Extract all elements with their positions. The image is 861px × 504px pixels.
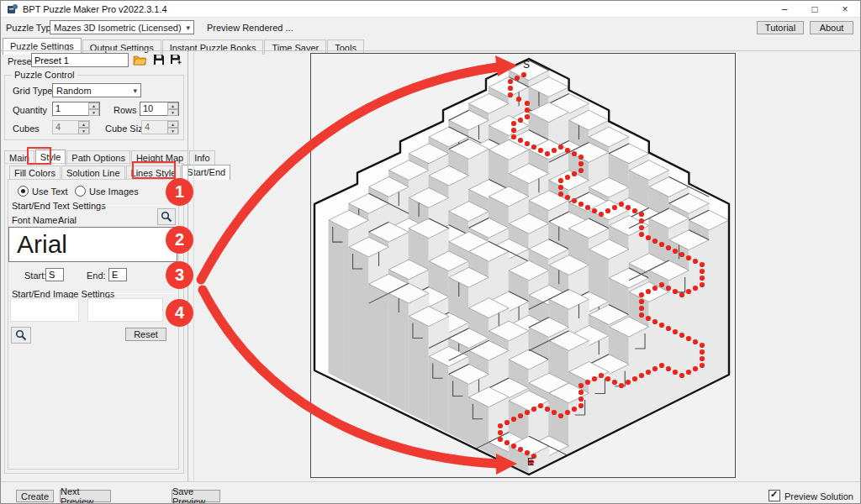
image-search-button[interactable] [11, 327, 31, 344]
next-preview-button[interactable]: Next Preview [60, 490, 111, 502]
font-search-button[interactable] [157, 208, 176, 225]
open-folder-button[interactable] [132, 52, 148, 67]
startend-tab-highlight [132, 161, 176, 179]
start-input[interactable] [45, 268, 64, 281]
use-images-radio[interactable]: Use Images [75, 186, 139, 197]
search-icon [161, 211, 172, 223]
quantity-stepper[interactable]: 1 ▲▼ [52, 102, 100, 116]
quantity-value: 1 [53, 102, 88, 115]
use-text-radio[interactable]: Use Text [18, 186, 68, 197]
start-image-box[interactable] [10, 298, 79, 322]
spin-down-icon[interactable]: ▼ [167, 109, 178, 116]
maximize-icon[interactable]: □ [801, 1, 828, 18]
tab-tools[interactable]: Tools [327, 39, 364, 55]
grid-type-value: Random [56, 86, 92, 96]
tab-start-end[interactable]: Start/End [182, 165, 230, 180]
footer-bar: Create Next Preview Save Preview Preview… [1, 481, 860, 504]
puzzle-type-select[interactable]: Mazes 3D Isometric (Licensed) ▾ [50, 20, 194, 34]
search-icon [15, 329, 27, 341]
grid-type-label: Grid Type [13, 86, 53, 96]
title-bar: BPT Puzzle Maker Pro v2022.3.1.4 – □ × [1, 1, 860, 18]
close-icon[interactable]: × [832, 1, 858, 18]
create-button[interactable]: Create [16, 490, 54, 502]
toolbar: Puzzle Type Mazes 3D Isometric (Licensed… [1, 18, 860, 38]
checkbox-icon [769, 490, 780, 501]
end-marker: E [527, 456, 534, 468]
annotation-badge-1: 1 [166, 178, 193, 206]
start-marker: S [523, 59, 530, 71]
font-name-value: Arial [58, 215, 77, 225]
text-settings-title: Start/End Text Settings [12, 201, 106, 211]
use-text-label: Use Text [32, 186, 68, 197]
app-icon [7, 3, 18, 15]
spin-down-icon: ▼ [78, 128, 89, 134]
preview-solution-checkbox[interactable]: Preview Solution [769, 490, 853, 501]
tutorial-button[interactable]: Tutorial [757, 21, 804, 34]
end-input[interactable] [108, 268, 127, 281]
cubes-value: 4 [53, 121, 78, 134]
main-tab-strip: Puzzle SettingsOutput SettingsInstant Pu… [3, 38, 365, 51]
start-label: Start: [24, 270, 46, 281]
save-preview-button[interactable]: Save Preview [172, 490, 220, 502]
cubes-label: Cubes [13, 123, 40, 134]
cube-size-stepper: 4 ▲▼ [141, 120, 179, 134]
tab-time-saver[interactable]: Time Saver [264, 39, 326, 55]
save-button[interactable] [151, 52, 166, 67]
cubes-stepper: 4 ▲▼ [52, 120, 90, 134]
style-tab-highlight [27, 147, 51, 165]
window-title: BPT Puzzle Maker Pro v2022.3.1.4 [23, 4, 167, 14]
status-text: Preview Rendered ... [207, 23, 293, 33]
rows-stepper[interactable]: 10 ▲▼ [140, 102, 179, 116]
rows-label: Rows [114, 105, 137, 115]
radio-icon [75, 186, 86, 197]
save-as-button[interactable] [168, 52, 184, 67]
tab-fill-colors[interactable]: Fill Colors [9, 165, 61, 180]
reset-button[interactable]: Reset [125, 328, 166, 341]
spin-up-icon: ▲ [78, 121, 89, 128]
puzzle-control-title: Puzzle Control [12, 70, 77, 80]
end-image-box[interactable] [87, 298, 163, 322]
splitter-shadow [193, 51, 194, 481]
font-preview-text: Arial [12, 230, 67, 258]
divider [107, 293, 176, 294]
save-icon [153, 54, 165, 66]
chevron-down-icon: ▾ [186, 24, 190, 32]
spin-up-icon: ▲ [167, 121, 178, 128]
font-preview-box: Arial [8, 227, 177, 262]
minimize-icon[interactable]: – [771, 1, 798, 18]
puzzle-type-value: Mazes 3D Isometric (Licensed) [54, 23, 182, 33]
rows-value: 10 [140, 102, 167, 115]
annotation-badge-4: 4 [166, 299, 193, 327]
tab-divider [1, 50, 860, 51]
use-images-label: Use Images [89, 186, 139, 197]
divider [102, 205, 176, 206]
preset-input[interactable] [31, 53, 129, 67]
spin-down-icon[interactable]: ▼ [88, 109, 99, 116]
font-name-label: Font Name: [12, 215, 60, 225]
spin-up-icon[interactable]: ▲ [167, 102, 178, 109]
about-button[interactable]: About [810, 21, 853, 34]
annotation-badge-2: 2 [166, 226, 193, 254]
radio-icon [18, 186, 29, 197]
folder-open-icon [133, 55, 147, 66]
save-as-icon [170, 54, 182, 66]
app-window: BPT Puzzle Maker Pro v2022.3.1.4 – □ × P… [0, 0, 861, 504]
tab-puzzle-settings[interactable]: Puzzle Settings [3, 38, 82, 55]
cube-size-value: 4 [142, 121, 167, 134]
grid-type-select[interactable]: Random ▾ [52, 83, 141, 97]
preview-solution-label: Preview Solution [784, 491, 853, 501]
startend-tab-strip: Fill ColorsSolution LineLines StyleStart… [9, 165, 231, 180]
annotation-badge-3: 3 [166, 261, 193, 289]
arrowhead-icon [496, 454, 517, 475]
chevron-down-icon: ▾ [133, 87, 137, 95]
arrowhead-icon [495, 55, 517, 76]
puzzle-type-label: Puzzle Type [6, 23, 56, 33]
spin-down-icon: ▼ [167, 128, 178, 134]
quantity-label: Quantity [13, 105, 47, 115]
arrow-to-end [203, 290, 497, 464]
spin-up-icon[interactable]: ▲ [88, 102, 99, 109]
tab-solution-line[interactable]: Solution Line [61, 165, 125, 180]
arrow-to-start [201, 67, 497, 280]
end-label: End: [87, 270, 106, 281]
